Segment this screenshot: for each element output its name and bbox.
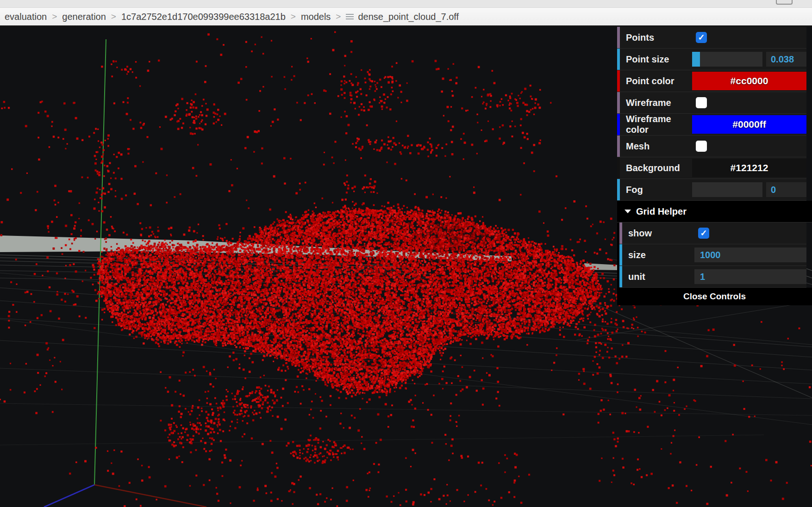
list-icon xyxy=(346,14,354,20)
panel-row-wireframe-color: Wireframe color #0000ff xyxy=(617,114,806,136)
panel-row-size: size 1000 xyxy=(619,244,806,266)
breadcrumb-item-generation[interactable]: generation xyxy=(62,12,106,22)
panel-row-show: show xyxy=(619,223,806,244)
mesh-label: Mesh xyxy=(620,141,692,152)
close-controls-button[interactable]: Close Controls xyxy=(617,288,812,305)
breadcrumb-item-hash[interactable]: 1c7a2752e1d170e099399ee63318a21b xyxy=(121,12,286,22)
breadcrumb-separator: > xyxy=(52,12,57,22)
breadcrumb-item-models[interactable]: models xyxy=(301,12,331,22)
caret-down-icon xyxy=(625,210,631,213)
panel-row-point-size: Point size 0.038 xyxy=(617,49,806,70)
wireframe-checkbox[interactable] xyxy=(696,97,707,108)
panel-row-point-color: Point color #cc0000 xyxy=(617,70,806,92)
panel-row-wireframe: Wireframe xyxy=(617,92,806,114)
size-label: size xyxy=(622,250,694,260)
unit-input[interactable]: 1 xyxy=(694,269,806,284)
viewport: Points Point size 0.038 Point color #cc0… xyxy=(0,27,812,507)
panel-row-points: Points xyxy=(617,27,806,49)
background-color-swatch[interactable]: #121212 xyxy=(692,159,806,177)
point-size-slider[interactable] xyxy=(692,52,762,67)
point-color-swatch[interactable]: #cc0000 xyxy=(692,72,806,90)
panel-row-mesh: Mesh xyxy=(617,136,806,157)
fog-value[interactable]: 0 xyxy=(766,182,806,197)
background-label: Background xyxy=(620,163,692,173)
point-size-value[interactable]: 0.038 xyxy=(766,52,806,67)
point-color-label: Point color xyxy=(620,76,692,87)
fog-slider[interactable] xyxy=(692,182,762,197)
wireframe-color-swatch[interactable]: #0000ff xyxy=(692,115,806,134)
grid-helper-folder[interactable]: Grid Helper xyxy=(617,201,812,223)
show-checkbox[interactable] xyxy=(698,228,709,239)
controls-panel: Points Point size 0.038 Point color #cc0… xyxy=(617,27,812,305)
breadcrumb-separator: > xyxy=(111,12,116,22)
point-size-label: Point size xyxy=(620,54,692,65)
show-label: show xyxy=(622,228,694,239)
wireframe-label: Wireframe xyxy=(620,98,692,108)
panel-row-background: Background #121212 xyxy=(617,157,806,179)
panel-row-fog: Fog 0 xyxy=(617,179,806,201)
points-label: Points xyxy=(620,32,692,43)
mesh-checkbox[interactable] xyxy=(696,141,707,152)
fog-label: Fog xyxy=(620,185,692,195)
unit-label: unit xyxy=(622,272,694,282)
window-top-strip xyxy=(0,0,812,8)
breadcrumb-file-name: dense_point_cloud_7.off xyxy=(358,12,459,22)
breadcrumb-item-evaluation[interactable]: evaluation xyxy=(5,12,47,22)
panel-row-unit: unit 1 xyxy=(619,266,806,288)
breadcrumb: evaluation > generation > 1c7a2752e1d170… xyxy=(0,8,812,27)
breadcrumb-current-file[interactable]: dense_point_cloud_7.off xyxy=(346,12,459,22)
clipped-toolbar-button-icon[interactable] xyxy=(776,0,793,5)
points-checkbox[interactable] xyxy=(696,32,707,43)
wireframe-color-label: Wireframe color xyxy=(620,114,692,135)
slider-fill xyxy=(692,52,700,67)
breadcrumb-separator: > xyxy=(336,12,341,22)
grid-helper-children: show size 1000 unit 1 xyxy=(617,223,812,288)
grid-helper-title: Grid Helper xyxy=(636,206,687,217)
breadcrumb-separator: > xyxy=(291,12,296,22)
size-input[interactable]: 1000 xyxy=(694,247,806,262)
